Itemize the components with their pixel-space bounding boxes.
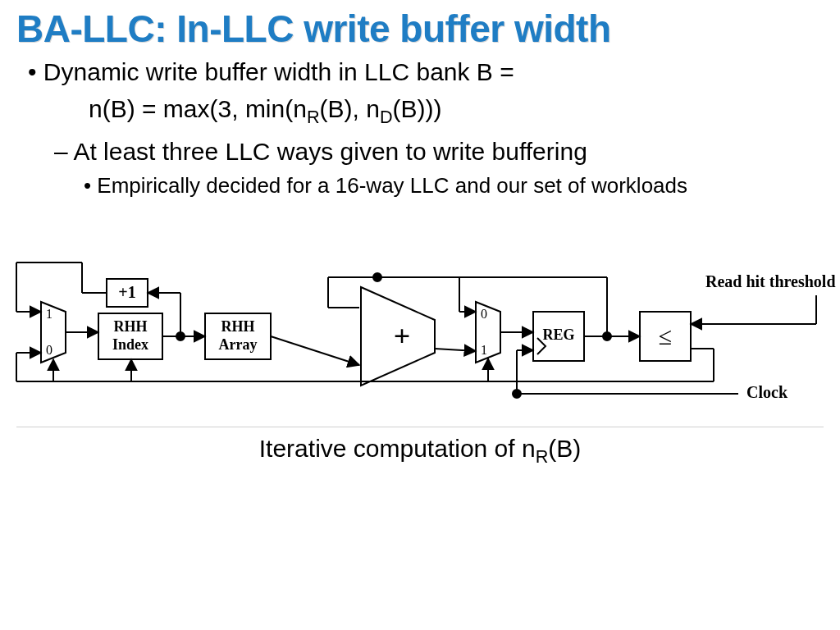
clock-label: Clock <box>746 383 788 401</box>
plus1-box-label: +1 <box>118 283 135 301</box>
adder-label: + <box>394 320 411 353</box>
svg-line-22 <box>271 336 359 365</box>
bullet-1-formula: n(B) = max(3, min(nR(B), nD(B))) <box>89 93 824 129</box>
bullet-3: Empirically decided for a 16-way LLC and… <box>100 172 824 200</box>
caption-part: (B) <box>548 435 581 462</box>
rhh-array-l2: Array <box>219 336 258 353</box>
formula-part: (B))) <box>392 95 441 122</box>
diagram-caption: Iterative computation of nR(B) <box>0 435 840 468</box>
svg-point-33 <box>603 332 611 340</box>
rhh-index-l1: RHH <box>113 318 147 335</box>
svg-marker-0 <box>41 302 66 363</box>
bullet-1: Dynamic write buffer width in LLC bank B… <box>46 56 824 88</box>
formula-part: n(B) = max(3, min(n <box>89 95 307 122</box>
mux2-in1-label: 1 <box>481 343 487 357</box>
block-diagram: 1 0 +1 RHH Index RHH Array + 0 1 REG <box>0 254 840 427</box>
divider <box>16 427 824 427</box>
mux1-in1-label: 1 <box>46 307 52 321</box>
formula-part: (B), n <box>320 95 380 122</box>
svg-point-44 <box>513 390 521 398</box>
rhh-index-l2: Index <box>112 336 148 353</box>
bullet-2: At least three LLC ways given to write b… <box>74 135 824 167</box>
caption-sub: R <box>536 446 549 467</box>
caption-part: Iterative computation of n <box>259 435 536 462</box>
rhh-array-l1: RHH <box>221 318 254 335</box>
formula-sub: R <box>307 107 320 127</box>
svg-point-27 <box>373 273 381 281</box>
slide-title: BA-LLC: In-LLC write buffer width <box>16 7 824 51</box>
bullet-list: Dynamic write buffer width in LLC bank B… <box>16 56 824 200</box>
svg-line-30 <box>435 349 476 351</box>
svg-marker-5 <box>476 302 500 363</box>
mux1-in0-label: 0 <box>46 343 52 357</box>
mux2-in0-label: 0 <box>481 307 487 321</box>
reg-label: REG <box>542 326 574 343</box>
formula-sub: D <box>380 107 393 127</box>
read-hit-threshold-label: Read hit threshold <box>705 272 836 290</box>
comparator-label: ≤ <box>659 322 672 349</box>
